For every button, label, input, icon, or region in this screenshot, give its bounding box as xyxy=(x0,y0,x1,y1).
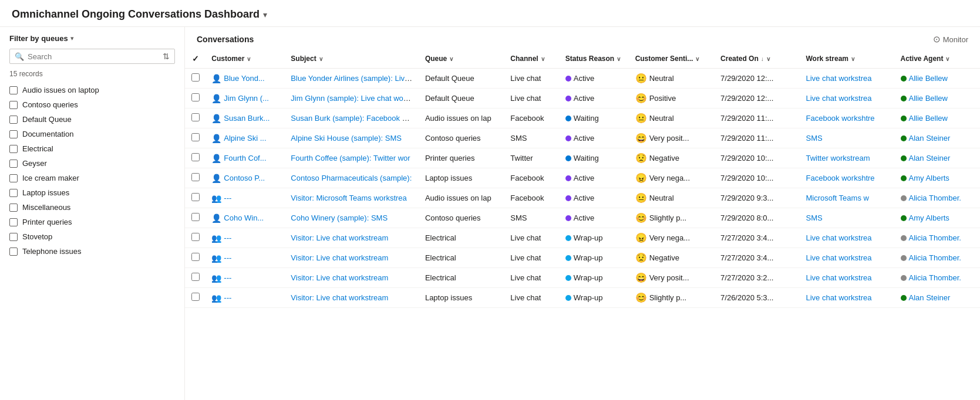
queue-checkbox[interactable] xyxy=(9,233,18,241)
queue-item[interactable]: Telephone issues xyxy=(9,244,175,259)
subject-link[interactable]: Alpine Ski House (sample): SMS xyxy=(291,134,402,143)
table-row[interactable]: 👤 Jim Glynn (... Jim Glynn (sample): Liv… xyxy=(185,89,980,109)
queue-item[interactable]: Geyser xyxy=(9,156,175,171)
row-checkbox[interactable] xyxy=(191,93,200,101)
subject-link[interactable]: Susan Burk (sample): Facebook wor xyxy=(291,114,414,123)
agent-link[interactable]: Alicia Thomber. xyxy=(909,273,961,282)
row-checkbox-cell[interactable] xyxy=(185,188,206,208)
queue-item[interactable]: Ice cream maker xyxy=(9,171,175,185)
workstream-link[interactable]: SMS xyxy=(806,134,823,143)
customer-link[interactable]: 👤 Fourth Cof... xyxy=(211,154,279,163)
th-channel[interactable]: Channel∨ xyxy=(504,49,559,69)
workstream-link[interactable]: Live chat workstrea xyxy=(806,74,872,83)
table-row[interactable]: 👤 Coho Win... Coho Winery (sample): SMS … xyxy=(185,208,980,228)
agent-link[interactable]: Allie Bellew xyxy=(909,114,948,123)
workstream-link[interactable]: Live chat workstrea xyxy=(806,293,872,302)
queue-checkbox[interactable] xyxy=(9,174,18,182)
customer-link[interactable]: 👤 Susan Burk... xyxy=(211,114,279,123)
monitor-button[interactable]: ⊙ Monitor xyxy=(933,34,968,45)
queue-item[interactable]: Miscellaneous xyxy=(9,200,175,215)
th-created-on[interactable]: Created On↓∨ xyxy=(715,49,800,69)
th-checkbox[interactable]: ✓ xyxy=(185,49,206,69)
th-sentiment[interactable]: Customer Senti...∨ xyxy=(629,49,715,69)
agent-link[interactable]: Alan Steiner xyxy=(909,134,951,143)
sort-button[interactable]: ⇅ xyxy=(163,52,170,61)
agent-link[interactable]: Alan Steiner xyxy=(909,154,951,162)
title-chevron-icon[interactable]: ▾ xyxy=(263,10,267,19)
table-row[interactable]: 👥 --- Visitor: Live chat workstream Elec… xyxy=(185,228,980,248)
agent-link[interactable]: Alicia Thomber. xyxy=(909,253,961,262)
row-checkbox-cell[interactable] xyxy=(185,128,206,148)
queue-checkbox[interactable] xyxy=(9,189,18,197)
row-checkbox[interactable] xyxy=(191,193,200,201)
workstream-link[interactable]: SMS xyxy=(806,213,823,222)
queue-item[interactable]: Contoso queries xyxy=(9,97,175,112)
table-row[interactable]: 👤 Susan Burk... Susan Burk (sample): Fac… xyxy=(185,109,980,128)
workstream-link[interactable]: Live chat workstrea xyxy=(806,94,872,103)
table-row[interactable]: 👤 Contoso P... Contoso Pharmaceuticals (… xyxy=(185,168,980,188)
subject-link[interactable]: Blue Yonder Airlines (sample): Live c xyxy=(291,74,415,83)
queue-item[interactable]: Stovetop xyxy=(9,229,175,244)
table-row[interactable]: 👥 --- Visitor: Microsoft Teams workstrea… xyxy=(185,188,980,208)
table-row[interactable]: 👥 --- Visitor: Live chat workstream Elec… xyxy=(185,268,980,288)
workstream-link[interactable]: Twitter workstream xyxy=(806,154,870,162)
queue-item[interactable]: Laptop issues xyxy=(9,185,175,200)
row-checkbox-cell[interactable] xyxy=(185,208,206,228)
row-checkbox[interactable] xyxy=(191,133,200,141)
table-row[interactable]: 👤 Alpine Ski ... Alpine Ski House (sampl… xyxy=(185,128,980,148)
agent-link[interactable]: Amy Alberts xyxy=(909,213,949,222)
customer-link[interactable]: 👤 Blue Yond... xyxy=(211,74,279,83)
queue-checkbox[interactable] xyxy=(9,204,18,212)
customer-link[interactable]: 👥 --- xyxy=(211,233,279,243)
queue-checkbox[interactable] xyxy=(9,116,18,124)
th-work-stream[interactable]: Work stream∨ xyxy=(800,49,895,69)
row-checkbox[interactable] xyxy=(191,213,200,221)
customer-link[interactable]: 👤 Coho Win... xyxy=(211,213,279,223)
row-checkbox-cell[interactable] xyxy=(185,109,206,128)
workstream-link[interactable]: Live chat workstrea xyxy=(806,253,872,262)
search-input[interactable] xyxy=(28,52,160,61)
row-checkbox-cell[interactable] xyxy=(185,89,206,109)
subject-link[interactable]: Coho Winery (sample): SMS xyxy=(291,213,388,222)
subject-link[interactable]: Visitor: Live chat workstream xyxy=(291,293,388,302)
customer-link[interactable]: 👥 --- xyxy=(211,273,279,283)
queue-item[interactable]: Printer queries xyxy=(9,215,175,229)
agent-link[interactable]: Alan Steiner xyxy=(909,293,951,302)
customer-link[interactable]: 👥 --- xyxy=(211,194,279,203)
workstream-link[interactable]: Facebook workshtre xyxy=(806,174,875,182)
row-checkbox[interactable] xyxy=(191,113,200,121)
queue-checkbox[interactable] xyxy=(9,101,18,109)
th-queue[interactable]: Queue∨ xyxy=(419,49,504,69)
queue-checkbox[interactable] xyxy=(9,160,18,168)
row-checkbox[interactable] xyxy=(191,273,200,281)
agent-link[interactable]: Amy Alberts xyxy=(909,174,949,182)
row-checkbox-cell[interactable] xyxy=(185,288,206,308)
queue-checkbox[interactable] xyxy=(9,248,18,256)
queue-checkbox[interactable] xyxy=(9,145,18,153)
subject-link[interactable]: Visitor: Live chat workstream xyxy=(291,273,388,282)
agent-link[interactable]: Alicia Thomber. xyxy=(909,194,961,202)
agent-link[interactable]: Allie Bellew xyxy=(909,94,948,103)
row-checkbox-cell[interactable] xyxy=(185,148,206,168)
customer-link[interactable]: 👤 Alpine Ski ... xyxy=(211,134,279,143)
subject-link[interactable]: Fourth Coffee (sample): Twitter wor xyxy=(291,154,410,162)
queue-item[interactable]: Audio issues on laptop xyxy=(9,83,175,97)
table-row[interactable]: 👤 Blue Yond... Blue Yonder Airlines (sam… xyxy=(185,69,980,89)
workstream-link[interactable]: Live chat workstrea xyxy=(806,273,872,282)
row-checkbox-cell[interactable] xyxy=(185,69,206,89)
workstream-link[interactable]: Live chat workstrea xyxy=(806,233,872,242)
customer-link[interactable]: 👤 Jim Glynn (... xyxy=(211,94,279,103)
subject-link[interactable]: Jim Glynn (sample): Live chat works xyxy=(291,94,413,103)
queue-item[interactable]: Default Queue xyxy=(9,112,175,127)
row-checkbox[interactable] xyxy=(191,153,200,161)
row-checkbox-cell[interactable] xyxy=(185,268,206,288)
filter-chevron-icon[interactable]: ▾ xyxy=(70,35,74,42)
queue-checkbox[interactable] xyxy=(9,218,18,226)
customer-link[interactable]: 👥 --- xyxy=(211,293,279,303)
customer-link[interactable]: 👥 --- xyxy=(211,253,279,263)
workstream-link[interactable]: Microsoft Teams w xyxy=(806,194,869,202)
row-checkbox-cell[interactable] xyxy=(185,248,206,268)
table-row[interactable]: 👥 --- Visitor: Live chat workstream Lapt… xyxy=(185,288,980,308)
th-subject[interactable]: Subject∨ xyxy=(285,49,419,69)
row-checkbox-cell[interactable] xyxy=(185,168,206,188)
